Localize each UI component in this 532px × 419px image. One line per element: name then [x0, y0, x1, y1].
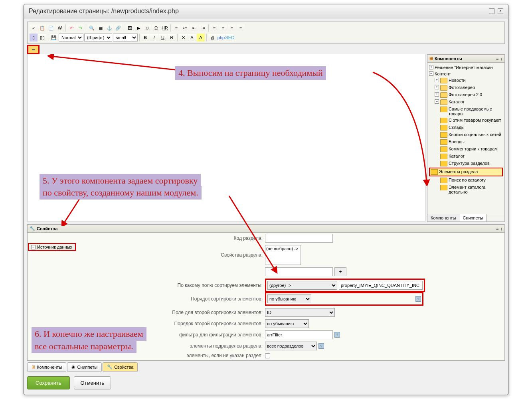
tb-table-icon[interactable]: ▦: [97, 24, 105, 32]
help-icon[interactable]: ?: [334, 332, 340, 338]
tb-bold-icon[interactable]: B: [141, 34, 149, 42]
tree-withthis[interactable]: С этим товаром покупают: [429, 117, 503, 124]
tree-warehouses[interactable]: Склады: [429, 124, 503, 131]
tb-ul-icon[interactable]: •≡: [181, 24, 189, 32]
tb-find-icon[interactable]: 🔍: [88, 24, 96, 32]
components-panel-header: ⊞ Компоненты ≡ ↓: [427, 55, 504, 63]
select-sort2-order[interactable]: по убыванию: [265, 319, 309, 328]
svg-line-0: [51, 56, 179, 70]
tree-catalog[interactable]: −Каталог: [429, 99, 503, 106]
tb-smile-icon[interactable]: ☺: [143, 24, 151, 32]
editor-canvas[interactable]: 4. Выносим на страницу необходимый 5. У …: [27, 54, 425, 222]
tb-save-icon[interactable]: 💾: [50, 34, 58, 42]
tb-color-icon[interactable]: A: [188, 34, 196, 42]
minimize-button[interactable]: _: [489, 8, 494, 14]
btab-components[interactable]: ⊞Компоненты: [27, 362, 66, 372]
tb-underline-icon[interactable]: U: [159, 34, 167, 42]
tree-catalog2[interactable]: Каталог: [429, 153, 503, 160]
wrench-icon: 🔧: [107, 364, 113, 370]
select-subsections[interactable]: всех подразделов: [265, 342, 317, 350]
tree-search[interactable]: Поиск по каталогу: [429, 177, 503, 184]
wrench-icon: 🔧: [30, 226, 35, 231]
save-button[interactable]: Сохранить: [27, 376, 70, 389]
tb-strike-icon[interactable]: S: [168, 34, 176, 42]
tb-spellcheck-icon[interactable]: ✓: [30, 24, 38, 32]
tb-alignleft-icon[interactable]: ≡: [210, 24, 218, 32]
format-select[interactable]: Normal: [59, 34, 83, 42]
placed-component-icon[interactable]: ☰: [27, 45, 40, 54]
tb-indent-icon[interactable]: ⇥: [199, 24, 207, 32]
side-panel-tabs: Компоненты Сниппеты: [427, 214, 504, 221]
tb-pastetext-icon[interactable]: 📄: [47, 24, 55, 32]
tb-char-icon[interactable]: Ω: [152, 24, 160, 32]
tb-php-icon[interactable]: php: [217, 34, 225, 42]
help-icon[interactable]: ?: [318, 343, 324, 349]
tb-undo-icon[interactable]: ↶: [67, 24, 75, 32]
tree-detail[interactable]: Элемент каталога детально: [429, 184, 503, 195]
checkbox-no-section[interactable]: [265, 353, 270, 358]
window-title: Редактирование страницы: /newproducts/in…: [29, 8, 179, 15]
panel-collapse-icon[interactable]: ↓: [500, 56, 503, 61]
btab-properties[interactable]: 🔧Свойства: [103, 362, 138, 372]
label-sort-field: По какому полю сортируем элементы:: [28, 283, 265, 288]
tree-solution[interactable]: +Решение "Интернет-магазин": [429, 64, 503, 71]
tb-alignright-icon[interactable]: ≡: [228, 24, 236, 32]
components-panel: ⊞ Компоненты ≡ ↓ +Решение "Интернет-мага…: [427, 54, 505, 222]
tb-paste-icon[interactable]: 📋: [38, 24, 46, 32]
add-prop-button[interactable]: +: [334, 267, 346, 276]
tree-news[interactable]: +Новости: [429, 77, 503, 84]
tb-hr-icon[interactable]: HR: [161, 24, 169, 32]
props-collapse-icon[interactable]: ↓: [500, 226, 503, 231]
content-area: ✓ 📋 📄 W ↶ ↷ 🔍 ▦ ⚓ 🔗 🖼 ▶ ☺ Ω HR ≡: [24, 18, 508, 395]
tree-content[interactable]: −Контент: [429, 71, 503, 77]
section-data-source[interactable]: − Источник данных: [28, 243, 76, 251]
tb-image-icon[interactable]: 🖼: [126, 24, 134, 32]
label-sort2-field: Поле для второй сортировки элементов:: [28, 310, 265, 315]
select-sort-order[interactable]: по убыванию: [267, 294, 311, 303]
tree-comments[interactable]: Комментарии к товарам: [429, 146, 503, 153]
tb-link-icon[interactable]: 🔗: [114, 24, 122, 32]
btab-snippets[interactable]: ◉Сниппеты: [67, 362, 102, 372]
label-sort2-order: Порядок второй сортировки элементов:: [28, 321, 265, 326]
tb-redo-icon[interactable]: ↷: [76, 24, 84, 32]
panel-menu-icon[interactable]: ≡: [496, 56, 498, 61]
tb-seo-icon[interactable]: SEO: [226, 34, 234, 42]
toolbar: ✓ 📋 📄 W ↶ ↷ 🔍 ▦ ⚓ 🔗 🖼 ▶ ☺ Ω HR ≡: [27, 22, 505, 44]
tree-section-elements[interactable]: Элементы раздела: [429, 168, 503, 176]
size-select[interactable]: small: [113, 34, 138, 42]
input-filter-name[interactable]: [265, 330, 333, 339]
tb-ol-icon[interactable]: ≡: [172, 24, 180, 32]
tb-pasteword-icon[interactable]: W: [56, 24, 64, 32]
tb-aligncenter-icon[interactable]: ≡: [219, 24, 227, 32]
tb-alignjustify-icon[interactable]: ≡: [237, 24, 245, 32]
tb-media-icon[interactable]: ▶: [134, 24, 142, 32]
bottom-tabs: ⊞Компоненты ◉Сниппеты 🔧Свойства: [27, 361, 505, 373]
cancel-button[interactable]: Отменить: [74, 376, 111, 389]
select-sort-field[interactable]: (другое) ->: [267, 281, 337, 290]
tb-mode1-icon[interactable]: ▯: [30, 34, 38, 42]
tb-bgcolor-icon[interactable]: A: [197, 34, 205, 42]
font-select[interactable]: (Шрифт): [84, 34, 112, 42]
side-tab-snippets[interactable]: Сниппеты: [459, 214, 487, 221]
tree-brands[interactable]: Бренды: [429, 138, 503, 146]
props-menu-icon[interactable]: ≡: [496, 226, 498, 231]
tree-social[interactable]: Кнопки социальных сетей: [429, 131, 503, 138]
tree-structure[interactable]: Структура разделов: [429, 160, 503, 167]
tb-clean-icon[interactable]: ✕: [179, 34, 187, 42]
select-sort2-field[interactable]: ID: [265, 308, 335, 317]
close-button[interactable]: ×: [498, 8, 503, 14]
tb-mode2-icon[interactable]: ▯▯: [38, 34, 46, 42]
help-icon[interactable]: ?: [415, 296, 421, 302]
tb-anchor-icon[interactable]: ⚓: [105, 24, 113, 32]
tb-italic-icon[interactable]: I: [150, 34, 158, 42]
arrow-4-left: [47, 54, 183, 78]
tree-photo2[interactable]: +Фотогалерея 2.0: [429, 91, 503, 99]
tb-print-icon[interactable]: 🖨: [208, 34, 216, 42]
tree-photo[interactable]: +Фотогалерея: [429, 84, 503, 91]
tree-bestsellers[interactable]: Самые продаваемые товары: [429, 106, 503, 117]
annotation-5a: 5. У этого компонента задаем сортировку: [40, 174, 201, 188]
label-sort-order: Порядок сортировки элементов:: [28, 296, 265, 302]
side-tab-components[interactable]: Компоненты: [427, 214, 459, 221]
tb-outdent-icon[interactable]: ⇤: [190, 24, 198, 32]
input-sort-field[interactable]: [339, 281, 423, 290]
